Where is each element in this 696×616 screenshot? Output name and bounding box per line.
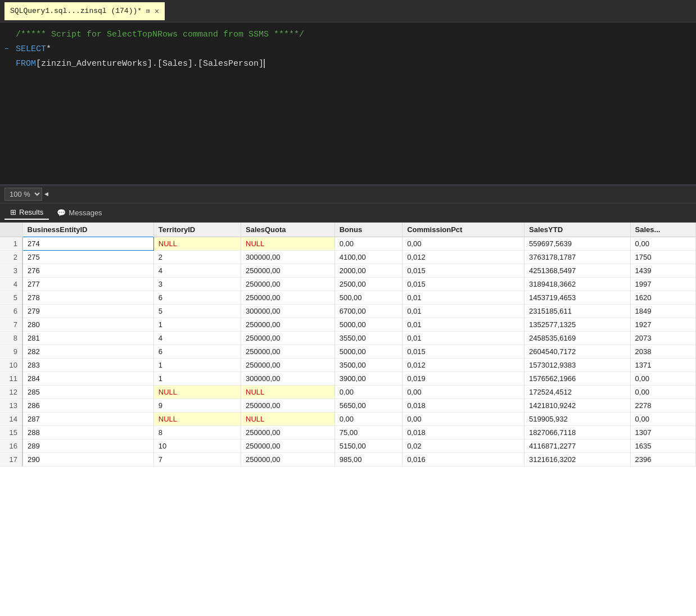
table-row[interactable]: 152888250000,0075,000,0181827066,7118130…	[0, 426, 696, 440]
col-header-bonus[interactable]: Bonus	[335, 223, 402, 237]
col-header-salesquota[interactable]: SalesQuota	[241, 223, 335, 237]
cell-commissionpct: 0,00	[403, 237, 525, 251]
cell-sales: 1439	[630, 264, 695, 278]
table-row[interactable]: 92826250000,005000,000,0152604540,717220…	[0, 345, 696, 359]
text-cursor	[264, 59, 265, 68]
cell-bonus: 6700,00	[335, 305, 402, 318]
table-row[interactable]: 14287NULLNULL0,000,00519905,9320,00	[0, 413, 696, 426]
cell-businessentityid[interactable]: 280	[22, 318, 153, 332]
collapse-minus[interactable]: −	[4, 45, 13, 53]
table-row[interactable]: 42773250000,002500,000,0153189418,366219…	[0, 278, 696, 291]
table-row[interactable]: 82814250000,003550,000,012458535,6169207…	[0, 332, 696, 345]
cell-businessentityid[interactable]: 277	[22, 278, 153, 291]
cell-businessentityid[interactable]: 289	[22, 440, 153, 453]
cell-rownum: 6	[0, 305, 22, 318]
col-header-salesytd[interactable]: SalesYTD	[525, 223, 631, 237]
close-icon[interactable]: ✕	[155, 6, 159, 16]
cell-salesquota: NULL	[241, 413, 335, 426]
cell-businessentityid[interactable]: 290	[22, 453, 153, 466]
pin-icon[interactable]: ⊞	[146, 7, 150, 15]
cell-rownum: 2	[0, 251, 22, 264]
cell-bonus: 5150,00	[335, 440, 402, 453]
tab-label: SQLQuery1.sql...zinsql (174))*	[10, 7, 142, 15]
editor-area[interactable]: /***** Script for SelectTopNRows command…	[0, 22, 696, 185]
table-row[interactable]: 22752300000,004100,000,0123763178,178717…	[0, 251, 696, 264]
cell-bonus: 5000,00	[335, 345, 402, 359]
cell-businessentityid[interactable]: 281	[22, 332, 153, 345]
cell-bonus: 985,00	[335, 453, 402, 466]
tab-results[interactable]: ⊞ Results	[4, 206, 49, 220]
cell-salesytd: 1573012,9383	[525, 359, 631, 372]
cell-businessentityid[interactable]: 286	[22, 399, 153, 413]
table-row[interactable]: 72801250000,005000,000,011352577,1325192…	[0, 318, 696, 332]
zoom-bar: 100 % 75 % 125 % 150 % ◄	[0, 185, 696, 203]
cell-salesytd: 4251368,5497	[525, 264, 631, 278]
cell-salesquota: NULL	[241, 386, 335, 399]
cell-commissionpct: 0,012	[403, 359, 525, 372]
table-row[interactable]: 62795300000,006700,000,012315185,6111849	[0, 305, 696, 318]
cell-salesquota: 250000,00	[241, 345, 335, 359]
table-body: 1274NULLNULL0,000,00559697,56390,0022752…	[0, 237, 696, 466]
cell-businessentityid[interactable]: 279	[22, 305, 153, 318]
code-select-line: − SELECT *	[0, 42, 696, 56]
table-row[interactable]: 132869250000,005650,000,0181421810,92422…	[0, 399, 696, 413]
cell-rownum: 4	[0, 278, 22, 291]
col-header-commissionpct[interactable]: CommissionPct	[403, 223, 525, 237]
cell-bonus: 3500,00	[335, 359, 402, 372]
title-bar: SQLQuery1.sql...zinsql (174))* ⊞ ✕	[0, 0, 696, 22]
cell-businessentityid[interactable]: 288	[22, 426, 153, 440]
zoom-control[interactable]: 100 % 75 % 125 % 150 % ◄	[4, 188, 48, 201]
table-row[interactable]: 12285NULLNULL0,000,00172524,45120,00	[0, 386, 696, 399]
cell-territoryid: 9	[153, 399, 241, 413]
table-row[interactable]: 112841300000,003900,000,0191576562,19660…	[0, 372, 696, 386]
cell-businessentityid[interactable]: 284	[22, 372, 153, 386]
tab-messages[interactable]: 💬 Messages	[51, 206, 107, 219]
col-header-sales[interactable]: Sales...	[630, 223, 695, 237]
cell-commissionpct: 0,015	[403, 278, 525, 291]
cell-bonus: 4100,00	[335, 251, 402, 264]
cell-businessentityid[interactable]: 285	[22, 386, 153, 399]
cell-salesquota: 250000,00	[241, 453, 335, 466]
cell-rownum: 8	[0, 332, 22, 345]
col-header-businessentityid[interactable]: BusinessEntityID	[22, 223, 153, 237]
cell-bonus: 3550,00	[335, 332, 402, 345]
cell-sales: 0,00	[630, 413, 695, 426]
cell-salesytd: 3121616,3202	[525, 453, 631, 466]
cell-businessentityid[interactable]: 287	[22, 413, 153, 426]
col-header-territoryid[interactable]: TerritoryID	[153, 223, 241, 237]
cell-salesytd: 172524,4512	[525, 386, 631, 399]
table-row[interactable]: 52786250000,00500,000,011453719,46531620	[0, 291, 696, 305]
table-row[interactable]: 1628910250000,005150,000,024116871,22771…	[0, 440, 696, 453]
editor-tab[interactable]: SQLQuery1.sql...zinsql (174))* ⊞ ✕	[4, 2, 165, 20]
cell-sales: 2038	[630, 345, 695, 359]
zoom-scroll-left[interactable]: ◄	[44, 191, 48, 198]
cell-sales: 2073	[630, 332, 695, 345]
cell-territoryid: 10	[153, 440, 241, 453]
cell-commissionpct: 0,019	[403, 372, 525, 386]
zoom-dropdown[interactable]: 100 % 75 % 125 % 150 %	[4, 188, 42, 201]
cell-territoryid: 4	[153, 264, 241, 278]
cell-businessentityid[interactable]: 278	[22, 291, 153, 305]
cell-businessentityid[interactable]: 275	[22, 251, 153, 264]
cell-salesquota: 300000,00	[241, 372, 335, 386]
results-container[interactable]: BusinessEntityID TerritoryID SalesQuota …	[0, 223, 696, 616]
cell-businessentityid[interactable]: 276	[22, 264, 153, 278]
cell-territoryid: 3	[153, 278, 241, 291]
cell-commissionpct: 0,016	[403, 453, 525, 466]
table-row[interactable]: 172907250000,00985,000,0163121616,320223…	[0, 453, 696, 466]
cell-businessentityid[interactable]: 282	[22, 345, 153, 359]
cell-salesquota: 300000,00	[241, 305, 335, 318]
table-row[interactable]: 102831250000,003500,000,0121573012,93831…	[0, 359, 696, 372]
code-from-line: FROM [zinzin_AdventureWorks].[Sales].[Sa…	[0, 56, 696, 71]
table-row[interactable]: 1274NULLNULL0,000,00559697,56390,00	[0, 237, 696, 251]
code-comment-line: /***** Script for SelectTopNRows command…	[0, 27, 696, 42]
cell-businessentityid[interactable]: 274	[22, 237, 153, 251]
cell-salesytd: 1453719,4653	[525, 291, 631, 305]
cell-rownum: 10	[0, 359, 22, 372]
cell-bonus: 3900,00	[335, 372, 402, 386]
table-row[interactable]: 32764250000,002000,000,0154251368,549714…	[0, 264, 696, 278]
select-rest: *	[46, 44, 51, 54]
cell-businessentityid[interactable]: 283	[22, 359, 153, 372]
cell-sales: 1849	[630, 305, 695, 318]
cell-salesytd: 1576562,1966	[525, 372, 631, 386]
